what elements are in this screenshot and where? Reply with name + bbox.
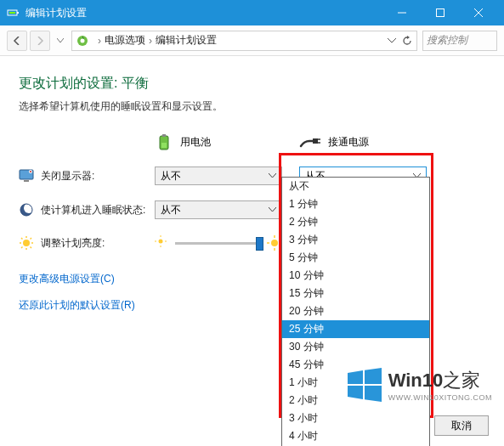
svg-rect-4 bbox=[436, 9, 444, 17]
dropdown-option[interactable]: 30 分钟 bbox=[282, 338, 429, 356]
breadcrumb-chevron: › bbox=[149, 35, 152, 47]
watermark-suffix: 之家 bbox=[443, 370, 480, 391]
battery-icon bbox=[155, 133, 173, 151]
column-headers: 用电池 接通电源 bbox=[19, 133, 485, 151]
watermark: Win10之家 WWW.WIN10XITONG.COM bbox=[346, 366, 492, 404]
brightness-battery-slider[interactable] bbox=[155, 234, 282, 251]
close-button[interactable] bbox=[459, 0, 497, 25]
refresh-icon[interactable] bbox=[401, 35, 413, 47]
dropdown-option[interactable]: 15 分钟 bbox=[282, 285, 429, 302]
dropdown-option[interactable]: 4 小时 bbox=[282, 427, 429, 445]
svg-point-8 bbox=[81, 38, 85, 42]
dropdown-option[interactable]: 3 分钟 bbox=[282, 231, 429, 249]
dropdown-value: 从不 bbox=[161, 203, 269, 217]
svg-point-30 bbox=[159, 240, 163, 244]
cancel-button[interactable]: 取消 bbox=[434, 415, 489, 436]
svg-point-35 bbox=[271, 240, 278, 246]
titlebar: 编辑计划设置 bbox=[0, 0, 504, 25]
svg-rect-11 bbox=[161, 143, 167, 148]
maximize-button[interactable] bbox=[421, 0, 459, 25]
svg-rect-1 bbox=[17, 12, 19, 14]
svg-point-21 bbox=[23, 240, 30, 246]
toolbar: › 电源选项 › 编辑计划设置 搜索控制 bbox=[0, 25, 504, 56]
svg-rect-12 bbox=[313, 138, 318, 144]
dropdown-option[interactable]: 3 小时 bbox=[282, 409, 429, 427]
back-button[interactable] bbox=[7, 31, 27, 51]
window-controls bbox=[382, 0, 497, 25]
search-input[interactable]: 搜索控制 bbox=[422, 31, 497, 51]
brightness-label: 调整计划亮度: bbox=[41, 236, 105, 251]
breadcrumb-chevron: › bbox=[98, 35, 101, 47]
history-dropdown[interactable] bbox=[54, 38, 66, 43]
watermark-brand: Win10 bbox=[388, 370, 444, 391]
svg-line-29 bbox=[31, 238, 32, 240]
svg-line-27 bbox=[31, 247, 32, 249]
svg-line-26 bbox=[21, 238, 23, 240]
footer-buttons: 取消 bbox=[434, 415, 489, 436]
windows-logo-icon bbox=[346, 366, 383, 404]
chevron-down-icon bbox=[269, 173, 276, 178]
dropdown-option[interactable]: 20 分钟 bbox=[282, 302, 429, 320]
chevron-down-icon bbox=[269, 207, 276, 212]
search-placeholder: 搜索控制 bbox=[427, 33, 467, 48]
dropdown-option[interactable]: 从不 bbox=[282, 178, 429, 195]
sun-large-icon bbox=[267, 235, 282, 251]
battery-column-label: 用电池 bbox=[180, 135, 211, 150]
plugged-column-header: 接通电源 bbox=[299, 134, 444, 150]
plug-icon bbox=[299, 134, 321, 150]
moon-icon bbox=[19, 202, 34, 217]
watermark-url: WWW.WIN10XITONG.COM bbox=[388, 393, 492, 402]
sleep-battery-dropdown[interactable]: 从不 bbox=[155, 200, 282, 219]
forward-button[interactable] bbox=[30, 31, 50, 51]
monitor-icon bbox=[19, 168, 34, 183]
brightness-icon bbox=[19, 235, 34, 251]
display-off-label: 关闭显示器: bbox=[41, 169, 94, 183]
dropdown-option[interactable]: 1 分钟 bbox=[282, 195, 429, 213]
battery-column-header: 用电池 bbox=[155, 133, 299, 151]
dropdown-option[interactable]: 2 分钟 bbox=[282, 213, 429, 231]
address-dropdown-icon[interactable] bbox=[388, 38, 396, 43]
display-off-battery-dropdown[interactable]: 从不 bbox=[155, 167, 282, 185]
window-title: 编辑计划设置 bbox=[25, 6, 382, 20]
dropdown-option[interactable]: 25 分钟 bbox=[282, 320, 429, 338]
sun-small-icon bbox=[155, 235, 170, 251]
sleep-label: 使计算机进入睡眠状态: bbox=[41, 203, 145, 217]
svg-rect-16 bbox=[24, 180, 29, 182]
breadcrumb-current[interactable]: 编辑计划设置 bbox=[156, 33, 217, 48]
svg-rect-10 bbox=[162, 134, 166, 137]
breadcrumb-root[interactable]: 电源选项 bbox=[105, 33, 145, 48]
battery-icon bbox=[7, 6, 20, 20]
dropdown-options-list: 从不1 分钟2 分钟3 分钟5 分钟10 分钟15 分钟20 分钟25 分钟30… bbox=[281, 177, 430, 446]
minimize-button[interactable] bbox=[382, 0, 421, 25]
page-subtitle: 选择希望计算机使用的睡眠设置和显示设置。 bbox=[19, 99, 485, 114]
slider-thumb[interactable] bbox=[256, 237, 263, 251]
page-title: 更改计划的设置: 平衡 bbox=[19, 75, 485, 93]
svg-rect-2 bbox=[9, 12, 15, 14]
power-icon bbox=[76, 34, 89, 48]
dropdown-value: 从不 bbox=[161, 169, 269, 183]
plugged-column-label: 接通电源 bbox=[328, 135, 369, 150]
dropdown-option[interactable]: 5 分钟 bbox=[282, 249, 429, 267]
dropdown-option[interactable]: 10 分钟 bbox=[282, 267, 429, 285]
svg-line-28 bbox=[21, 247, 23, 249]
address-bar[interactable]: › 电源选项 › 编辑计划设置 bbox=[71, 31, 417, 51]
